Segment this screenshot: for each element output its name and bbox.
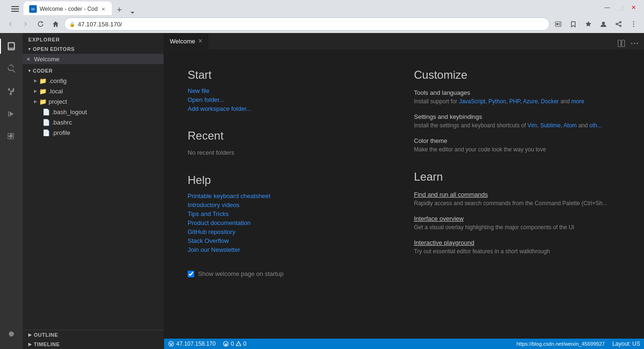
svg-rect-0	[11, 6, 19, 7]
activity-icon-source-control[interactable]	[0, 80, 23, 103]
csdn-link-text: https://blog.csdn.net/weixin_45699927	[516, 341, 604, 347]
lock-icon: 🔒	[69, 22, 75, 27]
reload-button[interactable]	[34, 17, 47, 31]
tree-item-label: .profile	[52, 129, 70, 136]
customize-tools-item[interactable]: Tools and languages Install support for …	[414, 89, 612, 106]
sidebar-header: EXPLORER	[23, 33, 164, 44]
tools-languages-desc: Install support for JavaScript, Python, …	[414, 98, 612, 106]
chevron-down-icon: ▾	[28, 47, 31, 51]
oth-link[interactable]: oth...	[589, 122, 602, 129]
docker-link[interactable]: Docker	[541, 98, 559, 105]
svg-point-26	[631, 43, 633, 44]
learn-commands-item[interactable]: Find and run all commands Rapidly access…	[414, 191, 612, 208]
split-editor-button[interactable]	[616, 38, 627, 49]
reader-mode-button[interactable]	[552, 17, 565, 31]
show-startup-label: Show welcome page on startup	[198, 270, 283, 277]
profile-button[interactable]	[597, 17, 610, 31]
tree-item-label: project	[49, 98, 67, 105]
php-link[interactable]: PHP	[509, 98, 520, 105]
forward-button[interactable]	[19, 17, 32, 31]
new-tab-button[interactable]: +	[113, 3, 126, 17]
learn-playground-item[interactable]: Interactive playground Try out essential…	[414, 239, 612, 256]
azure-link[interactable]: Azure	[523, 98, 537, 105]
activity-icon-settings[interactable]	[0, 323, 23, 345]
tree-item-project[interactable]: ▶ 📁 project	[23, 96, 164, 107]
interface-overview-title: Interface overview	[414, 215, 612, 222]
coder-section[interactable]: ▾ CODER	[23, 66, 164, 75]
customize-color-item[interactable]: Color theme Make the editor and your cod…	[414, 137, 612, 154]
tab-close-btn[interactable]: ✕	[100, 6, 106, 13]
activity-icon-explorer[interactable]	[0, 35, 23, 58]
editor-tab-welcome[interactable]: Welcome ✕	[164, 33, 209, 49]
printable-keyboard-link[interactable]: Printable keyboard cheatsheet	[188, 192, 386, 199]
svg-point-27	[634, 43, 636, 44]
chevron-right-icon: ▶	[34, 89, 37, 93]
learn-interface-item[interactable]: Interface overview Get a visual overlay …	[414, 215, 612, 232]
folder-icon: 📁	[39, 77, 47, 84]
python-link[interactable]: Python	[488, 98, 506, 105]
js-link[interactable]: JavaScript	[459, 98, 485, 105]
status-csdn-link[interactable]: https://blog.csdn.net/weixin_45699927	[512, 339, 608, 349]
status-bar-right: https://blog.csdn.net/weixin_45699927 La…	[512, 339, 644, 349]
warnings-count: 0	[243, 341, 247, 347]
sublime-link[interactable]: Sublime	[540, 122, 561, 129]
back-button[interactable]	[4, 17, 17, 31]
learn-title: Learn	[414, 170, 612, 183]
more-editor-actions-button[interactable]	[629, 38, 640, 49]
status-bar: 47.107.158.170 ⊗ 0 ! 0 https://blog.csdn…	[164, 339, 644, 349]
tree-item-config[interactable]: ▶ 📁 .config	[23, 75, 164, 86]
vim-link[interactable]: Vim	[528, 122, 537, 129]
browser-menu-btn[interactable]	[8, 1, 23, 17]
minimize-button[interactable]: —	[601, 1, 614, 14]
tree-item-profile[interactable]: 📄 .profile	[23, 127, 164, 138]
recent-title: Recent	[188, 129, 386, 142]
tree-item-bashrc[interactable]: 📄 .bashrc	[23, 117, 164, 127]
stack-overflow-link[interactable]: Stack Overflow	[188, 237, 386, 244]
sidebar-item-welcome[interactable]: ✕ Welcome	[23, 54, 164, 64]
timeline-section[interactable]: ▶ TIMELINE	[23, 340, 164, 349]
status-remote-item[interactable]: 47.107.158.170	[164, 339, 219, 349]
browser-tab-active[interactable]: W Welcome - coder - Cod ✕	[24, 1, 112, 17]
status-errors-item[interactable]: ⊗ 0 ! 0	[219, 339, 250, 349]
close-browser-button[interactable]: ✕	[627, 1, 640, 14]
activity-icon-extensions[interactable]	[0, 125, 23, 148]
product-documentation-link[interactable]: Product documentation	[188, 219, 386, 226]
svg-point-12	[616, 24, 618, 25]
more-tools-link[interactable]: more	[571, 98, 584, 105]
activity-icon-run[interactable]	[0, 103, 23, 125]
startup-checkbox-row: Show welcome page on startup	[188, 270, 386, 277]
new-file-link[interactable]: New file	[188, 87, 386, 94]
open-folder-link[interactable]: Open folder...	[188, 96, 386, 103]
github-repository-link[interactable]: GitHub repository	[188, 228, 386, 235]
activity-icon-search[interactable]	[0, 58, 23, 80]
welcome-left-column: Start New file Open folder... Add worksp…	[188, 68, 386, 277]
svg-rect-2	[11, 11, 19, 12]
start-section: Start New file Open folder... Add worksp…	[188, 68, 386, 112]
customize-settings-item[interactable]: Settings and keybindings Install the set…	[414, 113, 612, 130]
svg-point-13	[620, 25, 621, 27]
address-bar[interactable]: 🔒 47.107.158.170/	[64, 17, 550, 31]
bookmark-button[interactable]	[567, 17, 580, 31]
recent-section: Recent No recent folders	[188, 129, 386, 157]
editor-tab-bar: Welcome ✕	[164, 33, 644, 50]
status-layout[interactable]: Layout: US	[609, 339, 644, 349]
tree-item-bash-logout[interactable]: 📄 .bash_logout	[23, 107, 164, 117]
favorites-button[interactable]	[582, 17, 595, 31]
show-startup-checkbox[interactable]	[188, 271, 194, 277]
newsletter-link[interactable]: Join our Newsletter	[188, 246, 386, 253]
outline-section[interactable]: ▶ OUTLINE	[23, 330, 164, 340]
introductory-videos-link[interactable]: Introductory videos	[188, 201, 386, 208]
tree-item-local[interactable]: ▶ 📁 .local	[23, 86, 164, 96]
atom-link[interactable]: Atom	[563, 122, 577, 129]
close-icon[interactable]: ✕	[26, 57, 30, 62]
open-editors-section[interactable]: ▾ OPEN EDITORS	[23, 44, 164, 54]
share-button[interactable]	[612, 17, 625, 31]
add-workspace-link[interactable]: Add workspace folder...	[188, 105, 386, 112]
editor-tab-close-btn[interactable]: ✕	[198, 38, 203, 44]
browser-toolbar-right	[552, 17, 640, 31]
activity-bar	[0, 33, 23, 349]
tips-tricks-link[interactable]: Tips and Tricks	[188, 210, 386, 217]
home-button[interactable]	[49, 17, 62, 31]
more-options-button[interactable]	[627, 17, 640, 31]
maximize-button[interactable]: ⬜	[614, 1, 627, 14]
